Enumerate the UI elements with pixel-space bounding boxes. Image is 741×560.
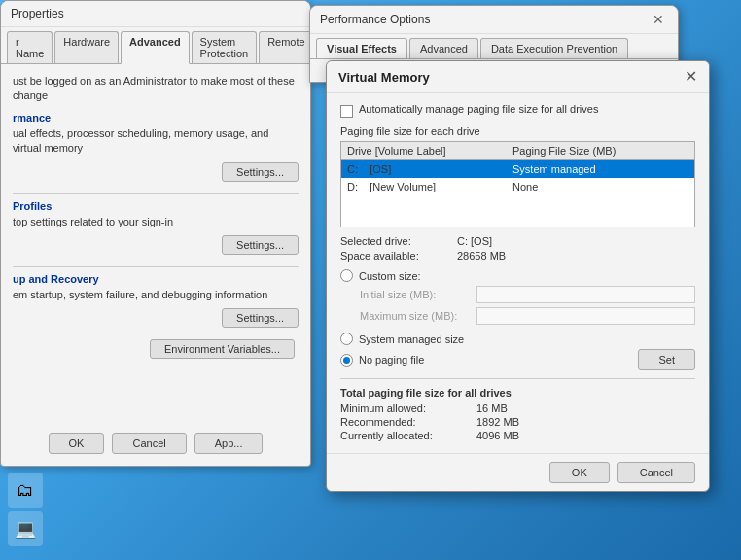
tab-hardware[interactable]: Hardware xyxy=(54,31,119,63)
vm-ok-button[interactable]: OK xyxy=(549,462,610,483)
tab-computer-name[interactable]: r Name xyxy=(7,31,53,63)
divider-2 xyxy=(13,266,299,267)
system-managed-radio[interactable] xyxy=(340,332,353,345)
space-available-row: Space available: 28658 MB xyxy=(340,250,695,262)
recommended-row: Recommended: 1892 MB xyxy=(340,416,695,428)
initial-size-input[interactable] xyxy=(476,286,695,303)
perf-titlebar: Performance Options ✕ xyxy=(310,6,678,34)
sys-props-title: Properties xyxy=(11,7,64,20)
table-header-drive: Drive [Volume Label] xyxy=(347,145,512,157)
no-paging-radio[interactable] xyxy=(340,354,353,367)
startup-section: up and Recovery em startup, system failu… xyxy=(13,273,299,328)
currently-allocated-value: 4096 MB xyxy=(476,430,519,441)
desktop-icons-area: 🗂 💻 xyxy=(8,472,43,550)
custom-size-label: Custom size: xyxy=(359,270,421,282)
vm-titlebar: Virtual Memory ✕ xyxy=(327,61,709,93)
profiles-section: Profiles top settings related to your si… xyxy=(13,200,299,255)
performance-desc: ual effects, processor scheduling, memor… xyxy=(13,126,299,157)
perf-title: Performance Options xyxy=(320,13,430,26)
profiles-settings-button[interactable]: Settings... xyxy=(222,235,299,255)
system-properties-window: Properties r Name Hardware Advanced Syst… xyxy=(0,0,311,467)
vm-close-button[interactable]: ✕ xyxy=(685,69,697,85)
no-paging-row: No paging file xyxy=(340,354,424,367)
desktop-icon-2[interactable]: 💻 xyxy=(8,511,43,546)
tab-system-protection[interactable]: System Protection xyxy=(192,31,258,63)
sys-apply-button[interactable]: App... xyxy=(194,433,264,454)
sys-props-body: ust be logged on as an Administrator to … xyxy=(1,64,310,376)
vm-divider xyxy=(340,378,695,379)
initial-size-row: Initial size (MB): xyxy=(340,286,695,303)
sys-ok-button[interactable]: OK xyxy=(49,433,105,454)
perf-tab-visual-effects[interactable]: Visual Effects xyxy=(316,38,407,58)
currently-allocated-row: Currently allocated: 4096 MB xyxy=(340,430,695,441)
perf-tab-dep[interactable]: Data Execution Prevention xyxy=(480,38,628,58)
system-managed-row: System managed size xyxy=(340,332,695,345)
performance-settings-button[interactable]: Settings... xyxy=(222,162,299,182)
tab-advanced[interactable]: Advanced xyxy=(121,31,190,64)
min-allowed-label: Minimum allowed: xyxy=(340,402,476,414)
max-size-row: Maximum size (MB): xyxy=(340,307,695,325)
drive-d-label: D: [New Volume] xyxy=(347,181,512,192)
selected-drive-label: Selected drive: xyxy=(340,235,457,247)
vm-table-body: C: [OS] System managed D: [New Volume] N… xyxy=(340,159,695,228)
vm-table-header: Drive [Volume Label] Paging File Size (M… xyxy=(340,141,695,159)
vm-title: Virtual Memory xyxy=(338,70,430,85)
no-paging-label: No paging file xyxy=(359,354,424,366)
table-row-c[interactable]: C: [OS] System managed xyxy=(341,160,694,178)
vm-footer: OK Cancel xyxy=(327,453,709,491)
auto-manage-checkbox[interactable] xyxy=(340,105,353,118)
custom-size-radio[interactable] xyxy=(340,269,353,282)
total-section-title: Total paging file size for all drives xyxy=(340,387,695,399)
profiles-desc: top settings related to your sign-in xyxy=(13,215,299,229)
set-button[interactable]: Set xyxy=(638,349,695,370)
recommended-value: 1892 MB xyxy=(476,416,519,428)
drive-d-size: None xyxy=(512,181,688,192)
performance-section: rmance ual effects, processor scheduling… xyxy=(13,112,299,182)
admin-text: ust be logged on as an Administrator to … xyxy=(13,74,299,104)
startup-desc: em startup, system failure, and debuggin… xyxy=(13,288,299,302)
vm-cancel-button[interactable]: Cancel xyxy=(618,462,695,483)
sys-props-tabs: r Name Hardware Advanced System Protecti… xyxy=(1,27,310,64)
perf-tab-advanced[interactable]: Advanced xyxy=(409,38,478,58)
table-title: Paging file size for each drive xyxy=(340,125,695,137)
selected-drive-row: Selected drive: C: [OS] xyxy=(340,235,695,247)
environment-variables-button[interactable]: Environment Variables... xyxy=(150,339,295,359)
startup-title: up and Recovery xyxy=(13,273,299,285)
startup-settings-button[interactable]: Settings... xyxy=(222,308,299,328)
drive-c-size: System managed xyxy=(512,163,688,175)
drive-c-label: C: [OS] xyxy=(347,163,512,175)
desktop-icon-1[interactable]: 🗂 xyxy=(8,472,43,508)
divider-1 xyxy=(13,193,299,194)
perf-tabs: Visual Effects Advanced Data Execution P… xyxy=(310,34,678,59)
max-size-label: Maximum size (MB): xyxy=(360,310,476,322)
min-allowed-row: Minimum allowed: 16 MB xyxy=(340,402,695,414)
custom-size-row: Custom size: xyxy=(340,269,695,282)
max-size-input[interactable] xyxy=(476,307,695,325)
min-allowed-value: 16 MB xyxy=(476,402,508,414)
profiles-title: Profiles xyxy=(13,200,299,212)
space-available-value: 28658 MB xyxy=(457,250,506,262)
currently-allocated-label: Currently allocated: xyxy=(340,430,476,441)
performance-title: rmance xyxy=(13,112,299,123)
auto-manage-row: Automatically manage paging file size fo… xyxy=(340,103,695,118)
sys-props-titlebar: Properties xyxy=(1,1,310,27)
virtual-memory-dialog: Virtual Memory ✕ Automatically manage pa… xyxy=(326,60,710,492)
tab-remote[interactable]: Remote xyxy=(259,31,314,63)
total-section: Total paging file size for all drives Mi… xyxy=(340,387,695,441)
recommended-label: Recommended: xyxy=(340,416,476,428)
vm-body: Automatically manage paging file size fo… xyxy=(327,93,709,453)
sys-props-footer: OK Cancel App... xyxy=(1,433,310,454)
table-row-d[interactable]: D: [New Volume] None xyxy=(341,178,694,195)
sys-cancel-button[interactable]: Cancel xyxy=(112,433,186,454)
auto-manage-label: Automatically manage paging file size fo… xyxy=(359,103,598,115)
initial-size-label: Initial size (MB): xyxy=(360,289,476,300)
system-managed-label: System managed size xyxy=(359,333,464,345)
table-header-size: Paging File Size (MB) xyxy=(512,145,688,157)
perf-close-button[interactable]: ✕ xyxy=(649,12,668,27)
no-paging-set-row: No paging file Set xyxy=(340,349,695,370)
selected-drive-value: C: [OS] xyxy=(457,235,492,247)
space-available-label: Space available: xyxy=(340,250,457,262)
